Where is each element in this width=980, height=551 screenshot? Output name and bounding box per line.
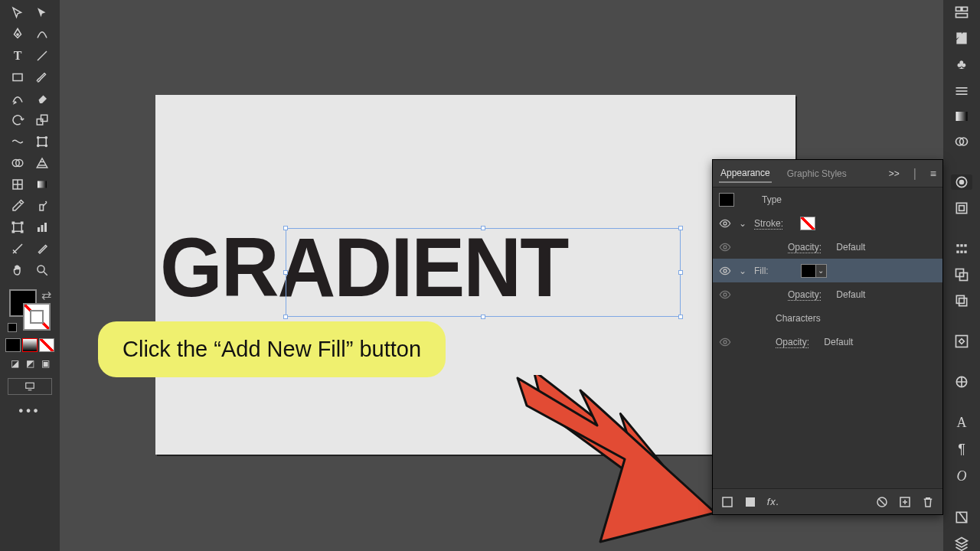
handle-bottom-middle[interactable] — [481, 315, 485, 319]
collapse-panel-button[interactable]: >> — [889, 168, 900, 179]
line-tool[interactable] — [31, 46, 54, 66]
handle-bottom-left[interactable] — [283, 315, 288, 319]
appearance-fill-row[interactable]: ⌄ Fill: ⌄ — [713, 259, 942, 282]
opentype-icon[interactable]: O — [951, 468, 972, 484]
svg-rect-45 — [956, 336, 968, 347]
width-tool[interactable] — [6, 132, 29, 152]
stroke-label[interactable]: Stroke: — [754, 218, 783, 229]
column-graph-tool[interactable] — [31, 217, 54, 237]
visibility-toggle-icon[interactable] — [719, 265, 731, 277]
handle-bottom-right[interactable] — [678, 315, 683, 319]
color-mode-gradient[interactable] — [22, 338, 38, 352]
eyedropper-tool[interactable] — [6, 196, 29, 216]
fill-swatch-dropdown[interactable]: ⌄ — [816, 264, 827, 278]
paragraph-icon[interactable]: ¶ — [951, 442, 972, 458]
add-new-fill-button[interactable] — [743, 495, 757, 509]
transform-icon[interactable] — [951, 293, 972, 308]
symbol-sprayer-tool[interactable] — [31, 196, 54, 216]
mesh-tool[interactable] — [6, 174, 29, 194]
visibility-toggle-icon[interactable] — [719, 241, 731, 253]
delete-item-button[interactable] — [921, 495, 935, 509]
perspective-grid-tool[interactable] — [31, 153, 54, 173]
add-new-stroke-button[interactable] — [720, 495, 734, 509]
align-icon[interactable] — [951, 241, 972, 256]
handle-top-right[interactable] — [678, 226, 683, 230]
stroke-swatch[interactable] — [800, 217, 815, 230]
blob-brush-tool[interactable] — [31, 239, 54, 259]
properties-icon[interactable] — [951, 5, 972, 20]
appearance-object-opacity-row[interactable]: Opacity: Default — [713, 330, 942, 354]
opacity-label[interactable]: Opacity: — [788, 289, 822, 300]
brushes-icon[interactable] — [951, 374, 972, 390]
symbols-icon[interactable] — [951, 334, 972, 349]
hand-tool[interactable] — [6, 260, 29, 280]
free-transform-tool[interactable] — [31, 132, 54, 152]
visibility-toggle-icon[interactable] — [719, 289, 731, 301]
screen-mode-button[interactable] — [8, 378, 52, 395]
edit-toolbar-button[interactable]: ••• — [19, 404, 41, 418]
opacity-label[interactable]: Opacity: — [776, 337, 809, 347]
type-tool[interactable]: T — [6, 46, 29, 66]
scale-tool[interactable] — [31, 110, 54, 130]
shaper-tool[interactable] — [6, 89, 29, 109]
artboard[interactable]: GRADIENT — [155, 95, 795, 455]
stroke-color[interactable] — [23, 303, 51, 331]
clear-appearance-button[interactable] — [875, 495, 889, 509]
expand-stroke-icon[interactable]: ⌄ — [737, 218, 748, 229]
pathfinder-icon[interactable] — [951, 267, 972, 282]
handle-top-middle[interactable] — [481, 226, 485, 230]
appearance-icon[interactable] — [951, 174, 972, 190]
slice-tool[interactable] — [6, 239, 29, 259]
swap-fill-stroke-icon[interactable]: ⇄ — [41, 288, 52, 298]
libraries-icon[interactable] — [951, 31, 972, 46]
rotate-tool[interactable] — [6, 110, 29, 130]
panel-menu-button[interactable]: ≡ — [930, 168, 936, 180]
fill-stroke-swatch[interactable]: ⇄ — [6, 286, 54, 334]
draw-normal-icon[interactable]: ◪ — [9, 358, 20, 369]
appearance-stroke-row[interactable]: ⌄ Stroke: — [713, 211, 942, 235]
appearance-fill-opacity-row[interactable]: Opacity: Default — [713, 282, 942, 306]
add-new-effect-button[interactable]: fx. — [766, 495, 780, 509]
opacity-label[interactable]: Opacity: — [788, 242, 822, 253]
graphic-styles-icon[interactable] — [951, 201, 972, 216]
selection-tool[interactable] — [6, 3, 29, 23]
tab-appearance[interactable]: Appearance — [719, 165, 772, 183]
color-mode-solid[interactable] — [5, 338, 21, 352]
handle-middle-left[interactable] — [283, 270, 288, 275]
visibility-toggle-icon[interactable] — [719, 217, 731, 230]
expand-fill-icon[interactable]: ⌄ — [737, 266, 748, 276]
draw-inside-icon[interactable]: ▣ — [40, 358, 51, 369]
gradient-icon[interactable] — [951, 109, 972, 123]
appearance-type-row[interactable]: Type — [713, 187, 942, 211]
appearance-characters-row[interactable]: Characters — [713, 306, 942, 330]
links-icon[interactable] — [951, 510, 972, 525]
direct-selection-tool[interactable] — [31, 3, 54, 23]
handle-top-left[interactable] — [283, 226, 288, 230]
artboard-tool[interactable] — [6, 217, 29, 237]
draw-behind-icon[interactable]: ◩ — [24, 358, 35, 369]
fill-swatch[interactable] — [801, 264, 816, 278]
svg-rect-16 — [38, 227, 40, 232]
color-mode-none[interactable] — [39, 338, 54, 352]
color-icon[interactable]: ♣ — [951, 57, 972, 73]
gradient-tool[interactable] — [31, 174, 54, 194]
eraser-tool[interactable] — [31, 89, 54, 109]
layers-icon[interactable] — [951, 536, 972, 551]
visibility-toggle-icon[interactable] — [719, 336, 731, 348]
handle-middle-right[interactable] — [678, 270, 683, 275]
character-icon[interactable]: A — [951, 415, 972, 431]
rectangle-tool[interactable] — [6, 67, 29, 87]
curvature-tool[interactable] — [31, 24, 54, 44]
transparency-icon[interactable] — [951, 134, 972, 149]
lines-icon[interactable] — [951, 83, 972, 99]
brush-tool[interactable] — [31, 67, 54, 87]
appearance-stroke-opacity-row[interactable]: Opacity: Default — [713, 235, 942, 259]
shape-builder-tool[interactable] — [6, 153, 29, 173]
pen-tool[interactable] — [6, 24, 29, 44]
duplicate-item-button[interactable] — [898, 495, 912, 509]
default-colors-icon[interactable] — [8, 323, 17, 332]
zoom-tool[interactable] — [31, 260, 54, 280]
selection-bounding-box[interactable] — [286, 228, 681, 317]
svg-point-54 — [724, 222, 727, 225]
tab-graphic-styles[interactable]: Graphic Styles — [786, 165, 848, 182]
